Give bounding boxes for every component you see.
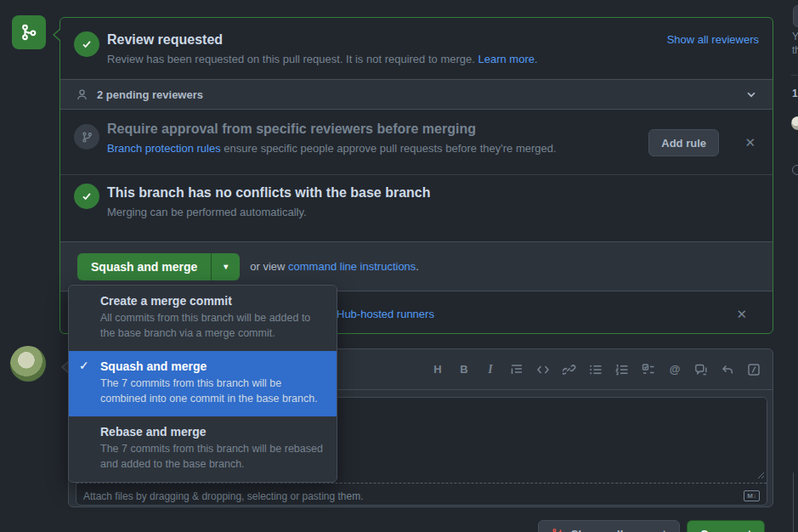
or-view-text: or view (250, 260, 288, 273)
menu-item-create-merge-commit[interactable]: Create a merge commit All commits from t… (69, 286, 337, 351)
menu-item-description: The 7 commits from this branch will be c… (100, 376, 323, 406)
no-conflicts-section: This branch has no conflicts with the ba… (60, 174, 773, 241)
code-icon[interactable] (535, 362, 551, 377)
check-circle-icon (74, 184, 99, 209)
tasklist-icon[interactable] (641, 362, 656, 377)
branch-protection-rules-link[interactable]: Branch protection rules (107, 142, 221, 155)
sidebar-border-line (793, 473, 794, 532)
sidebar-fragment-button[interactable] (793, 5, 798, 27)
sidebar-fragment-text: th (792, 44, 798, 56)
menu-item-title: Rebase and merge (100, 425, 323, 439)
sidebar-fragment-text: Y (792, 31, 798, 42)
attach-files-bar[interactable]: Attach files by dragging & dropping, sel… (76, 483, 767, 506)
review-requested-description: Review has been requested on this pull r… (107, 53, 478, 65)
merge-button-group: Squash and merge ▾ (77, 253, 240, 280)
menu-item-title: Squash and merge (100, 359, 323, 373)
close-pull-request-button[interactable]: Close pull request (538, 520, 680, 532)
review-requested-section: Review requested Review has been request… (60, 18, 773, 79)
sidebar-avatar[interactable] (791, 116, 798, 130)
menu-item-rebase-and-merge[interactable]: Rebase and merge The 7 commits from this… (69, 416, 337, 482)
pending-reviewers-label: 2 pending reviewers (97, 88, 203, 101)
dismiss-runners-icon[interactable]: ✕ (736, 308, 747, 320)
cross-reference-icon[interactable] (693, 362, 709, 377)
add-rule-button[interactable]: Add rule (648, 129, 719, 156)
person-icon (76, 88, 88, 101)
pr-closed-icon (552, 528, 563, 532)
quote-icon[interactable] (509, 362, 524, 377)
close-button-label: Close pull request (570, 528, 666, 532)
saved-replies-icon[interactable] (746, 362, 761, 377)
menu-item-description: The 7 commits from this branch will be r… (100, 441, 323, 472)
menu-item-squash-and-merge[interactable]: ✓ Squash and merge The 7 commits from th… (69, 351, 337, 416)
check-circle-icon (74, 31, 99, 57)
ordered-list-icon[interactable] (614, 362, 630, 377)
dismiss-protection-icon[interactable]: ✕ (744, 136, 756, 149)
no-conflicts-title: This branch has no conflicts with the ba… (107, 185, 773, 201)
pull-request-merge-section: Review requested Review has been request… (0, 0, 798, 532)
git-merge-icon (12, 15, 46, 49)
chevron-down-icon[interactable] (745, 88, 757, 100)
markdown-icon: M↓ (744, 490, 760, 501)
link-icon[interactable] (562, 362, 577, 377)
show-all-reviewers-link[interactable]: Show all reviewers (667, 33, 759, 46)
no-conflicts-description: Merging can be performed automatically. (107, 206, 773, 218)
mention-icon[interactable]: @ (667, 362, 682, 377)
attach-files-hint: Attach files by dragging & dropping, sel… (83, 490, 364, 502)
hosted-runners-link[interactable]: Hub-hosted runners (337, 308, 434, 320)
unordered-list-icon[interactable] (588, 362, 603, 377)
sidebar-fragment-icon (792, 165, 798, 175)
git-branch-icon (74, 124, 99, 150)
merge-options-caret[interactable]: ▾ (211, 253, 240, 280)
branch-protection-section: Require approval from specific reviewers… (60, 110, 773, 174)
comment-button[interactable]: Comment (687, 520, 765, 532)
menu-item-description: All commits from this branch will be add… (100, 310, 323, 341)
heading-icon[interactable]: H (430, 362, 445, 377)
user-avatar[interactable] (10, 346, 46, 382)
pending-reviewers-row[interactable]: 2 pending reviewers (60, 79, 773, 110)
sidebar-divider (791, 75, 798, 76)
merge-actions-section: Squash and merge ▾ or view command line … (60, 241, 773, 291)
learn-more-link[interactable]: Learn more. (478, 53, 537, 65)
check-icon: ✓ (79, 359, 89, 372)
merge-options-dropdown: Create a merge commit All commits from t… (68, 285, 337, 483)
branch-protection-description: ensure specific people approve pull requ… (221, 142, 557, 155)
sidebar-fragment-count: 1 (792, 88, 798, 99)
resize-grip[interactable] (756, 471, 765, 479)
squash-and-merge-button[interactable]: Squash and merge (77, 253, 211, 280)
italic-icon[interactable]: I (483, 362, 498, 377)
reply-icon[interactable] (720, 362, 735, 377)
bold-icon[interactable]: B (456, 362, 472, 377)
command-line-instructions-link[interactable]: command line instructions (288, 260, 416, 273)
menu-item-title: Create a merge commit (100, 294, 323, 308)
